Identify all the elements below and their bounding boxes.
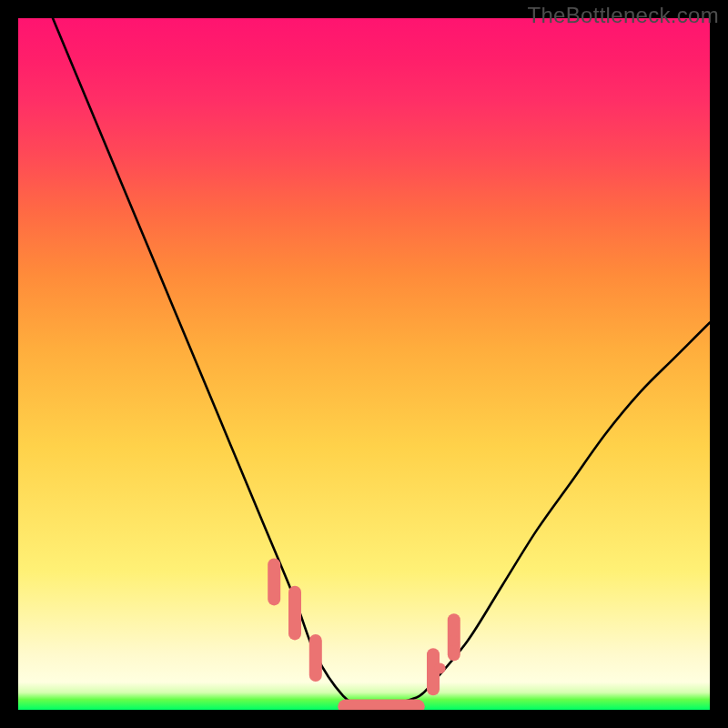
chart-frame: TheBottleneck.com (0, 0, 728, 728)
bottleneck-curve-svg (18, 18, 710, 710)
confidence-trough-blob (338, 700, 425, 710)
confidence-dot (449, 635, 460, 646)
confidence-dot (435, 662, 446, 673)
plot-area (18, 18, 710, 710)
bottleneck-curve-path (53, 18, 710, 707)
watermark-text: TheBottleneck.com (527, 3, 719, 28)
confidence-markers (274, 564, 460, 710)
